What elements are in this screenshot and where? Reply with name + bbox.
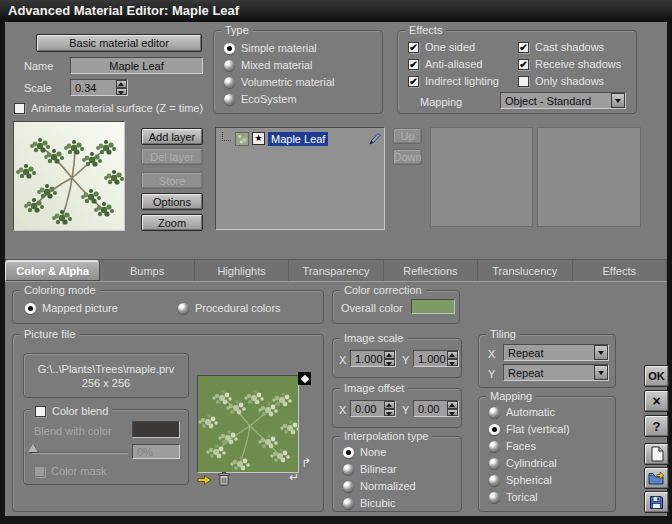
material-preview[interactable]	[13, 121, 125, 231]
radio-icon[interactable]	[343, 464, 354, 475]
del-layer-button[interactable]: Del layer	[141, 148, 203, 165]
radio-icon[interactable]	[489, 492, 500, 503]
ok-button[interactable]: OK	[644, 365, 669, 387]
blend-color-swatch[interactable]	[132, 421, 180, 438]
radio-icon[interactable]	[489, 407, 500, 418]
chevron-down-icon[interactable]	[594, 365, 608, 380]
blend-percent-field[interactable]: 0%	[132, 444, 180, 459]
image-scale-x-stepper[interactable]: 1.000	[350, 350, 396, 367]
radio-cylindrical[interactable]: Cylindrical	[489, 456, 557, 470]
radio-icon[interactable]	[224, 94, 235, 105]
tab-transparency[interactable]: Transparency	[289, 260, 383, 281]
spin-up-icon[interactable]	[116, 80, 127, 88]
radio-volumetric-material[interactable]: Volumetric material	[224, 75, 335, 89]
radio-torical[interactable]: Torical	[489, 490, 538, 504]
layer-thumbnail[interactable]	[235, 132, 249, 146]
radio-spherical[interactable]: Spherical	[489, 473, 552, 487]
scale-spin-buttons[interactable]	[116, 80, 127, 95]
basic-material-editor-button[interactable]: Basic material editor	[36, 34, 202, 52]
spin-buttons[interactable]	[384, 351, 395, 366]
checkbox-icon[interactable]	[518, 76, 529, 87]
image-scale-y-stepper[interactable]: 1.000	[413, 350, 459, 367]
radio-icon[interactable]	[489, 458, 500, 469]
image-offset-x-stepper[interactable]: 0.00	[350, 400, 396, 417]
layer-item[interactable]: ★ Maple Leaf	[216, 128, 384, 149]
spin-down-icon[interactable]	[447, 359, 458, 367]
layer-enabled-star-icon[interactable]: ★	[252, 132, 265, 145]
spin-down-icon[interactable]	[384, 359, 395, 367]
spin-down-icon[interactable]	[447, 409, 458, 417]
radio-flat-vertical[interactable]: Flat (vertical)	[489, 422, 570, 436]
radio-faces[interactable]: Faces	[489, 439, 536, 453]
zoom-button[interactable]: Zoom	[141, 214, 203, 231]
layer-list[interactable]: ★ Maple Leaf	[215, 127, 385, 230]
load-material-button[interactable]	[644, 467, 669, 489]
radio-icon[interactable]	[489, 441, 500, 452]
tab-highlights[interactable]: Highlights	[195, 260, 289, 281]
radio-icon[interactable]	[224, 77, 235, 88]
checkbox-icon[interactable]	[518, 59, 529, 70]
store-button[interactable]: Store	[141, 172, 203, 189]
scale-stepper[interactable]: 0.34	[70, 79, 128, 96]
radio-icon[interactable]	[25, 303, 36, 314]
animate-surface-checkbox[interactable]: Animate material surface (Z = time)	[14, 101, 203, 115]
options-button[interactable]: Options	[141, 193, 203, 210]
spin-up-icon[interactable]	[384, 351, 395, 359]
tab-color-alpha[interactable]: Color & Alpha	[5, 260, 100, 281]
color-blend-checkbox[interactable]: Color blend	[31, 404, 112, 418]
delete-picture-trash-icon[interactable]	[218, 472, 230, 486]
checkbox-indirect-lighting[interactable]: Indirect lighting	[408, 74, 499, 88]
rotate-picture-icon[interactable]: ↱	[301, 457, 311, 469]
radio-none[interactable]: None	[343, 445, 386, 459]
radio-icon[interactable]	[343, 481, 354, 492]
radio-mixed-material[interactable]: Mixed material	[224, 58, 313, 72]
mapping-dropdown[interactable]: Object - Standard	[500, 92, 626, 109]
checkbox-only-shadows[interactable]: Only shadows	[518, 74, 604, 88]
radio-icon[interactable]	[224, 43, 235, 54]
tiling-y-dropdown[interactable]: Repeat	[503, 364, 609, 381]
checkbox-receive-shadows[interactable]: Receive shadows	[518, 57, 621, 71]
layer-up-button[interactable]: Up	[393, 128, 422, 144]
name-field[interactable]: Maple Leaf	[70, 57, 203, 74]
overall-color-swatch[interactable]	[411, 299, 455, 314]
layer-name-selected[interactable]: Maple Leaf	[268, 132, 328, 146]
radio-icon[interactable]	[489, 475, 500, 486]
layer-down-button[interactable]: Down	[393, 149, 422, 165]
checkbox-anti-aliased[interactable]: Anti-aliased	[408, 57, 482, 71]
add-layer-button[interactable]: Add layer	[141, 128, 203, 145]
radio-icon[interactable]	[489, 424, 500, 435]
spin-down-icon[interactable]	[384, 409, 395, 417]
radio-simple-material[interactable]: Simple material	[224, 41, 317, 55]
checkbox-cast-shadows[interactable]: Cast shadows	[518, 40, 604, 54]
save-material-button[interactable]	[644, 491, 669, 513]
spin-down-icon[interactable]	[116, 88, 127, 96]
radio-ecosystem[interactable]: EcoSystem	[224, 92, 297, 106]
help-button[interactable]: ?	[644, 415, 669, 437]
spin-buttons[interactable]	[384, 401, 395, 416]
checkbox-icon[interactable]	[408, 59, 419, 70]
spin-up-icon[interactable]	[447, 351, 458, 359]
tab-translucency[interactable]: Translucency	[478, 260, 572, 281]
tiling-x-dropdown[interactable]: Repeat	[503, 344, 609, 361]
picture-preview[interactable]	[197, 375, 299, 473]
radio-icon[interactable]	[178, 303, 189, 314]
radio-bicubic[interactable]: Bicubic	[343, 496, 395, 510]
cancel-button[interactable]: ×	[644, 390, 669, 412]
preview-options-button[interactable]	[298, 372, 311, 385]
radio-bilinear[interactable]: Bilinear	[343, 462, 397, 476]
spin-buttons[interactable]	[447, 401, 458, 416]
spin-up-icon[interactable]	[384, 401, 395, 409]
blend-slider-handle[interactable]	[28, 444, 38, 452]
radio-normalized[interactable]: Normalized	[343, 479, 416, 493]
checkbox-icon[interactable]	[518, 42, 529, 53]
checkbox-icon[interactable]	[408, 76, 419, 87]
chevron-down-icon[interactable]	[594, 345, 608, 360]
spin-up-icon[interactable]	[447, 401, 458, 409]
checkbox-icon[interactable]	[34, 466, 45, 477]
checkbox-icon[interactable]	[14, 103, 25, 114]
radio-automatic[interactable]: Automatic	[489, 405, 555, 419]
checkbox-icon[interactable]	[408, 42, 419, 53]
picture-path-button[interactable]: G:\..\Plants\Trees\maple.prv 256 x 256	[23, 353, 189, 398]
load-picture-arrow-icon[interactable]	[197, 474, 212, 486]
radio-icon[interactable]	[224, 60, 235, 71]
